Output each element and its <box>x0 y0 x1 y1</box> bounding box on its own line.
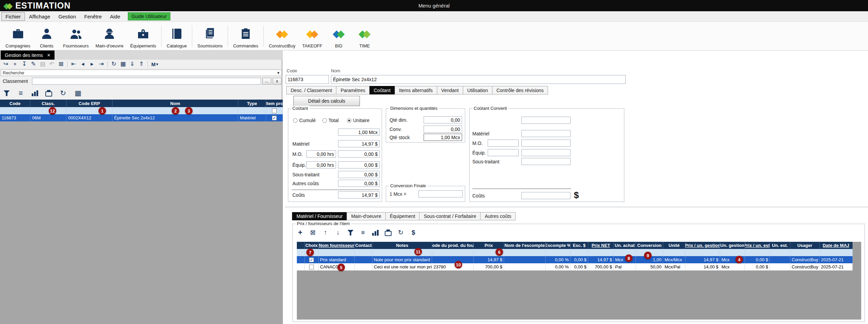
dollar-icon[interactable]: $ <box>410 229 417 237</box>
col-header-prix-net[interactable]: Prix NET <box>588 242 614 249</box>
cell-type[interactable]: Matériel <box>238 114 266 121</box>
cell-un-est[interactable] <box>770 256 790 263</box>
next-record-icon[interactable]: ▸ <box>88 60 96 68</box>
tab-parametres[interactable]: Paramètres <box>336 86 369 94</box>
delete-icon[interactable]: ⊠ <box>57 60 65 68</box>
main-doeuvre-button[interactable]: Main-d'oeuvre <box>92 22 127 50</box>
printer-icon[interactable] <box>385 231 392 236</box>
couts-total-field[interactable]: 14,97 $ <box>338 191 380 198</box>
cell-nom-fournisseur[interactable]: CANAC01 <box>319 263 355 270</box>
printer-icon[interactable] <box>45 91 52 97</box>
col-header-nom-fournisseur[interactable]: Nom fournisseur <box>319 242 355 249</box>
cell-code-prod[interactable] <box>432 256 474 263</box>
criteria-lines-icon[interactable]: ≡ <box>17 89 25 97</box>
conversion-finale-field[interactable] <box>418 190 463 197</box>
criteria-lines-icon[interactable]: ≡ <box>360 229 366 237</box>
chart-icon[interactable] <box>32 90 39 96</box>
col-header-escompte-pct[interactable]: Escompte % <box>546 242 570 249</box>
choix-checkbox[interactable] <box>309 257 314 262</box>
table-row[interactable]: CANAC01 Ceci est une note sur mon prix. … <box>297 263 853 270</box>
previous-record-icon[interactable]: ◂ <box>79 60 87 68</box>
tab-controle-des-revisions[interactable]: Contrôle des révisions <box>492 86 548 94</box>
takeoff-button[interactable]: ◆◆ TAKEOFF <box>299 22 326 50</box>
equip-hours-field[interactable]: 0,00 hrs <box>306 161 336 168</box>
table-row-selected[interactable]: Prix standard Note pour mon prix standar… <box>297 256 853 263</box>
cell-code[interactable]: 116873 <box>0 114 30 121</box>
cell-nom-escompte[interactable] <box>504 263 546 270</box>
col-header-choix[interactable]: Choix <box>305 242 319 249</box>
code-field[interactable]: 116873 <box>286 75 329 84</box>
mo-cost-field[interactable]: 0,00 $ <box>338 150 380 158</box>
add-record-icon[interactable]: + <box>11 60 19 68</box>
col-header-nom-escompte[interactable]: Nom de l'escompte <box>504 242 546 249</box>
compagnies-button[interactable]: Compagnies <box>2 22 34 50</box>
table-row[interactable] <box>0 107 283 114</box>
menu-aide[interactable]: Aide <box>106 12 124 21</box>
export-up-icon[interactable]: ⇑ <box>137 60 146 68</box>
converti-equip-hours-field[interactable] <box>488 149 519 156</box>
undo-icon[interactable]: ↶ <box>48 60 56 68</box>
filter-icon[interactable] <box>3 90 10 96</box>
classement-more-button[interactable]: ... <box>262 78 271 85</box>
cell-class[interactable]: 06M <box>30 114 66 121</box>
col-header-code-prod[interactable]: Code du prod. du four. <box>432 242 474 249</box>
cell-prix[interactable]: 14,97 $ <box>474 256 504 263</box>
col-header-prix-un-gestion[interactable]: Prix / un. gestion <box>685 242 720 249</box>
catalogue-button[interactable]: Catalogue <box>163 22 190 50</box>
image-icon[interactable]: ▦ <box>119 60 127 68</box>
move-down-icon[interactable]: ↓ <box>335 229 341 237</box>
cell-un-achat[interactable]: Pal <box>614 263 636 270</box>
table-row[interactable] <box>297 249 853 256</box>
cell-conversion[interactable]: 1,00 <box>636 256 663 263</box>
col-header-item-pro[interactable]: Item pro <box>266 100 283 107</box>
table-row-selected[interactable]: 116873 06M 0002X4X12 Épinette Sec 2x4x12… <box>0 114 283 121</box>
cell-escompte-pct[interactable]: 0,00 % <box>546 263 570 270</box>
tab-coutant[interactable]: Coûtant <box>369 86 395 94</box>
menu-fenetre[interactable]: Fenêtre <box>80 12 106 21</box>
cell-usager[interactable]: ConstructBuy <box>790 263 820 270</box>
converti-equip-field[interactable] <box>521 149 570 156</box>
save-icon[interactable]: ▤ <box>39 60 47 68</box>
radio-cumule[interactable]: Cumulé <box>293 118 316 123</box>
pin-icon[interactable]: ▾ <box>277 70 279 75</box>
search-band[interactable]: Recherche ▾ <box>1 70 281 76</box>
classement-input[interactable] <box>32 78 261 85</box>
converti-qty-field[interactable] <box>521 117 570 124</box>
cell-contact[interactable] <box>355 256 372 263</box>
chart-icon[interactable] <box>372 230 379 236</box>
equip-cost-field[interactable]: 0,00 $ <box>338 161 380 168</box>
cell-un-gestion[interactable]: Mcx <box>720 256 745 263</box>
cell-un-gestion[interactable]: Mcx <box>720 263 745 270</box>
cell-usager[interactable]: ConstructBuy <box>790 256 820 263</box>
classement-clear-button[interactable]: x <box>273 78 281 85</box>
col-header-conversion[interactable]: Conversion <box>636 242 663 249</box>
first-record-icon[interactable]: ⇤ <box>70 60 78 68</box>
radio-unitaire[interactable]: Unitaire <box>347 118 369 123</box>
refresh-icon[interactable]: ↻ <box>59 89 67 97</box>
cell-un-achat[interactable]: Mcx <box>614 256 636 263</box>
coutant-qty-field[interactable]: 1,00 Mcx <box>338 129 380 136</box>
col-header-type[interactable]: Type <box>238 100 266 107</box>
export-down-icon[interactable]: ⇓ <box>128 60 136 68</box>
cell-conversion[interactable]: 50,00 <box>636 263 663 270</box>
converti-mo-hours-field[interactable] <box>488 139 519 147</box>
col-header-contact[interactable]: Contact <box>355 242 372 249</box>
tab-gestion-des-items[interactable]: Gestion des items ✕ <box>1 50 55 60</box>
col-header-unite[interactable]: Unité <box>663 242 685 249</box>
cell-code-prod[interactable]: 23780 <box>432 263 474 270</box>
choix-checkbox[interactable] <box>309 265 314 269</box>
menu-fichier[interactable]: Fichier <box>1 12 25 21</box>
tab-autres-couts[interactable]: Autres coûts <box>480 212 516 220</box>
fournisseurs-button[interactable]: Fournisseurs <box>60 22 92 50</box>
exit-icon[interactable]: ↪ <box>2 60 10 68</box>
delete-row-icon[interactable]: ⊠ <box>309 229 316 237</box>
equipements-button[interactable]: Équipements <box>127 22 159 50</box>
col-header-un-gestion[interactable]: Un. gestion <box>720 242 745 249</box>
col-header-nom[interactable]: Nom <box>112 100 238 107</box>
radio-total[interactable]: Total <box>322 118 339 123</box>
tab-equipement[interactable]: Équipement <box>385 212 420 220</box>
cell-nom-escompte[interactable] <box>504 256 546 263</box>
nom-field[interactable]: Épinette Sec 2x4x12 <box>331 75 626 84</box>
converti-mo-field[interactable] <box>521 139 570 147</box>
move-up-icon[interactable]: ↑ <box>322 229 329 237</box>
